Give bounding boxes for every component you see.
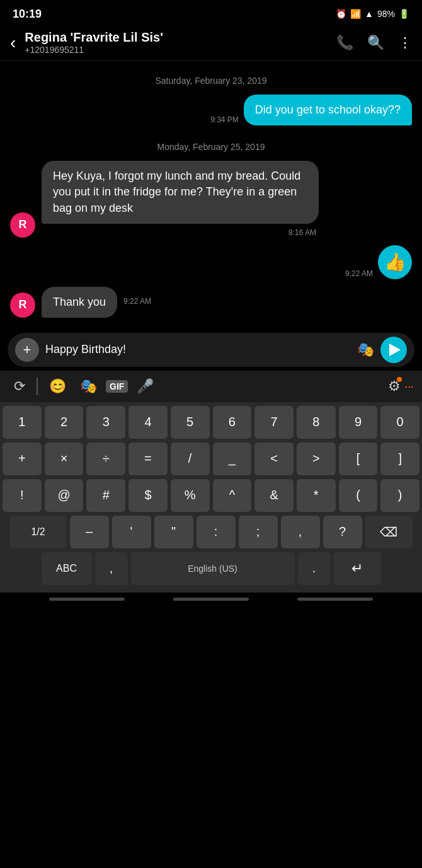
key-comma2[interactable]: , <box>281 516 320 548</box>
back-button[interactable]: ‹ <box>10 33 16 53</box>
key-times[interactable]: × <box>45 443 84 475</box>
nav-pill-right <box>297 598 373 601</box>
nav-pill-left <box>49 598 125 601</box>
sticker-button[interactable]: 🎭 <box>357 342 374 358</box>
contact-info: Regina 'Fravrite Lil Sis' +12019695211 <box>25 30 328 55</box>
bubble-received-1: Hey Kuya, I forgot my lunch and my bread… <box>42 161 319 224</box>
date-divider-2: Monday, February 25, 2019 <box>10 142 412 152</box>
keyboard: 1 2 3 4 5 6 7 8 9 0 + × ÷ = / _ < > [ ] … <box>0 402 422 593</box>
keyboard-row-sym1: + × ÷ = / _ < > [ ] <box>3 443 419 475</box>
toolbar-divider <box>37 378 38 395</box>
received-message-1: R Hey Kuya, I forgot my lunch and my bre… <box>10 161 412 238</box>
key-0[interactable]: 0 <box>380 406 419 439</box>
key-question[interactable]: ? <box>323 516 362 548</box>
key-rparen[interactable]: ) <box>380 479 419 512</box>
message-input[interactable] <box>45 343 351 356</box>
key-4[interactable]: 4 <box>128 406 168 439</box>
more-options-icon[interactable]: ··· <box>404 379 413 393</box>
nav-bar <box>0 593 422 606</box>
keyboard-row-bottom: ABC , English (US) . ↵ <box>3 552 419 585</box>
key-9[interactable]: 9 <box>339 406 378 439</box>
keyboard-toolbar: ⟳ 😊 🎭 GIF 🎤 ⚙ ··· <box>0 371 422 402</box>
sticker-toolbar-icon[interactable]: 🎭 <box>75 376 102 397</box>
settings-icon[interactable]: ⚙ <box>388 378 401 395</box>
key-12[interactable]: 1/2 <box>10 516 67 548</box>
key-semi[interactable]: ; <box>239 516 278 548</box>
header-actions: 📞 🔍 ⋮ <box>336 35 412 51</box>
chat-header: ‹ Regina 'Fravrite Lil Sis' +12019695211… <box>0 25 422 61</box>
key-2[interactable]: 2 <box>45 406 84 439</box>
key-gt[interactable]: > <box>297 443 336 475</box>
key-plus[interactable]: + <box>3 443 42 475</box>
avatar-r-2: R <box>10 292 35 318</box>
attach-button[interactable]: + <box>15 338 39 362</box>
contact-name: Regina 'Fravrite Lil Sis' <box>25 30 328 45</box>
key-div[interactable]: ÷ <box>86 443 125 475</box>
emoji-icon[interactable]: 😊 <box>44 376 71 397</box>
key-lt[interactable]: < <box>254 443 294 475</box>
bubble-emoji-1: 👍 <box>378 245 412 279</box>
key-lparen[interactable]: ( <box>339 479 378 512</box>
mic-icon[interactable]: 🎤 <box>132 376 159 397</box>
key-amp[interactable]: & <box>254 479 294 512</box>
key-rbracket[interactable]: ] <box>380 443 419 475</box>
key-star[interactable]: * <box>297 479 336 512</box>
key-colon[interactable]: : <box>197 516 236 548</box>
avatar-r: R <box>10 212 35 238</box>
enter-icon: ↵ <box>351 560 363 577</box>
key-dash[interactable]: – <box>70 516 109 548</box>
key-exclaim[interactable]: ! <box>3 479 42 512</box>
alarm-icon: ⏰ <box>336 9 346 19</box>
key-equals[interactable]: = <box>128 443 168 475</box>
key-comma-bottom[interactable]: , <box>95 552 128 585</box>
contact-phone: +12019695211 <box>25 45 328 55</box>
key-quote[interactable]: " <box>154 516 193 548</box>
call-button[interactable]: 📞 <box>336 35 353 51</box>
backspace-icon: ⌫ <box>380 524 397 540</box>
input-bar: + 🎭 <box>8 333 414 367</box>
msg1-time: 9:34 PM <box>210 115 239 124</box>
key-8[interactable]: 8 <box>297 406 336 439</box>
sent-message-1: 9:34 PM Did you get to school okay?? <box>10 95 412 125</box>
msg3-time: 9:22 AM <box>345 269 373 278</box>
key-slash[interactable]: / <box>171 443 210 475</box>
thumbs-up-icon: 👍 <box>384 252 406 272</box>
keyboard-row-sym3: 1/2 – ' " : ; , ? ⌫ <box>3 516 419 548</box>
key-lbracket[interactable]: [ <box>339 443 378 475</box>
enter-key[interactable]: ↵ <box>334 552 381 585</box>
sent-emoji-1: 9:22 AM 👍 <box>10 245 412 279</box>
key-dollar[interactable]: $ <box>128 479 168 512</box>
key-abc[interactable]: ABC <box>42 552 92 585</box>
bubble-sent-1: Did you get to school okay?? <box>244 95 412 125</box>
send-button[interactable] <box>380 337 407 363</box>
send-arrow-icon <box>389 344 401 356</box>
key-caret[interactable]: ^ <box>213 479 252 512</box>
key-5[interactable]: 5 <box>171 406 210 439</box>
key-percent[interactable]: % <box>171 479 210 512</box>
key-period-bottom[interactable]: . <box>298 552 331 585</box>
msg4-time: 9:22 AM <box>123 297 151 306</box>
date-divider-1: Saturday, February 23, 2019 <box>10 76 412 86</box>
key-hash[interactable]: # <box>86 479 125 512</box>
plus-icon: + <box>23 342 31 358</box>
more-button[interactable]: ⋮ <box>398 35 412 51</box>
backspace-key[interactable]: ⌫ <box>365 516 413 548</box>
key-apos[interactable]: ' <box>112 516 151 548</box>
search-button[interactable]: 🔍 <box>367 35 384 51</box>
space-key[interactable]: English (US) <box>131 552 295 585</box>
key-6[interactable]: 6 <box>213 406 252 439</box>
received-message-2: R Thank you 9:22 AM <box>10 287 412 318</box>
keyboard-row-sym2: ! @ # $ % ^ & * ( ) <box>3 479 419 512</box>
battery-label: 98% <box>377 9 395 19</box>
key-7[interactable]: 7 <box>254 406 294 439</box>
key-at[interactable]: @ <box>45 479 84 512</box>
chat-area: Saturday, February 23, 2019 9:34 PM Did … <box>0 61 422 327</box>
key-underscore[interactable]: _ <box>213 443 252 475</box>
nav-pill-center <box>173 598 249 601</box>
key-1[interactable]: 1 <box>3 406 42 439</box>
gif-button[interactable]: GIF <box>106 380 128 393</box>
translate-icon[interactable]: ⟳ <box>9 376 30 397</box>
key-3[interactable]: 3 <box>86 406 125 439</box>
bubble-received-2: Thank you <box>42 287 117 318</box>
battery-icon: 🔋 <box>399 9 409 19</box>
